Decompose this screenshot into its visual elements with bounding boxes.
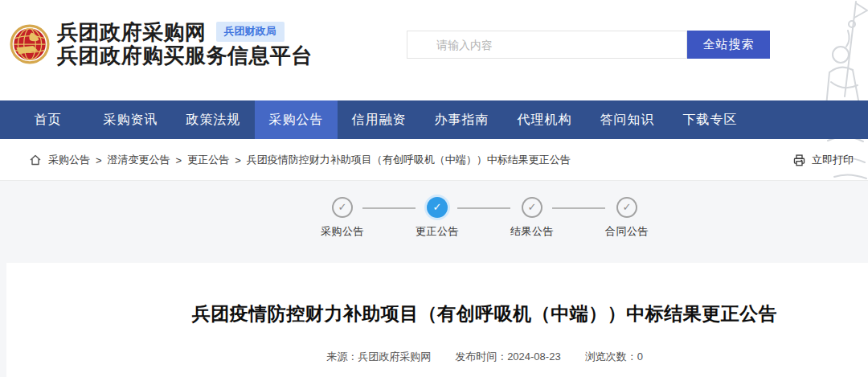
step-label: 更正公告 — [395, 224, 479, 239]
main-nav: 首页 采购资讯 政策法规 采购公告 信用融资 办事指南 代理机构 答问知识 下载… — [0, 100, 868, 139]
printer-icon — [792, 154, 806, 167]
source-label: 来源： — [326, 350, 358, 363]
check-icon: ✓ — [522, 197, 542, 218]
breadcrumb-item-correction[interactable]: 更正公告 — [187, 153, 229, 167]
step-correction-announcement: ✓ 更正公告 — [395, 197, 479, 239]
step-result-announcement: ✓ 结果公告 — [490, 197, 574, 239]
step-label: 采购公告 — [301, 224, 384, 239]
page: 兵团政府采购网 兵团财政局 兵团政府购买服务信息平台 全站搜索 首页 采购资讯 … — [0, 0, 868, 377]
breadcrumb-separator: > — [176, 154, 182, 166]
check-icon: ✓ — [427, 197, 448, 218]
article-publish-date: 发布时间：2024-08-23 — [455, 350, 561, 364]
nav-item-agencies[interactable]: 代理机构 — [503, 100, 586, 139]
nav-item-home[interactable]: 首页 — [6, 100, 89, 139]
nav-item-qa[interactable]: 答问知识 — [586, 100, 669, 139]
nav-item-policies[interactable]: 政策法规 — [172, 100, 255, 139]
article-source: 来源：兵团政府采购网 — [326, 350, 431, 364]
publish-label: 发布时间： — [455, 350, 507, 363]
search-input[interactable] — [407, 31, 687, 59]
article-view-count: 浏览次数：0 — [585, 350, 643, 364]
site-subtitle: 兵团政府购买服务信息平台 — [57, 44, 313, 68]
nav-item-credit-finance[interactable]: 信用融资 — [338, 100, 420, 139]
article-meta: 来源：兵团政府采购网 发布时间：2024-08-23 浏览次数：0 — [6, 350, 868, 364]
source-value: 兵团政府采购网 — [358, 350, 431, 363]
print-button[interactable]: 立即打印 — [792, 139, 854, 181]
breadcrumb-separator: > — [96, 154, 102, 166]
nav-item-procurement-news[interactable]: 采购资讯 — [89, 100, 172, 139]
authority-badge: 兵团财政局 — [216, 22, 285, 42]
article-title: 兵团疫情防控财力补助项目（有创呼吸机（中端））中标结果更正公告 — [6, 301, 868, 326]
breadcrumb: 采购公告 > 澄清变更公告 > 更正公告 > 兵团疫情防控财力补助项目（有创呼吸… — [29, 139, 571, 181]
nav-item-downloads[interactable]: 下载专区 — [669, 100, 751, 139]
step-label: 结果公告 — [490, 224, 574, 239]
breadcrumb-bar: 采购公告 > 澄清变更公告 > 更正公告 > 兵团疫情防控财力补助项目（有创呼吸… — [0, 139, 868, 181]
publish-value: 2024-08-23 — [507, 350, 561, 363]
views-value: 0 — [637, 350, 643, 363]
step-procurement-announcement: ✓ 采购公告 — [301, 197, 384, 239]
home-icon[interactable] — [29, 154, 42, 166]
views-label: 浏览次数： — [585, 350, 637, 363]
site-title: 兵团政府采购网 — [57, 21, 207, 44]
check-icon: ✓ — [332, 197, 353, 218]
search-button[interactable]: 全站搜索 — [687, 31, 770, 59]
step-label: 合同公告 — [585, 224, 669, 239]
check-icon: ✓ — [616, 197, 637, 218]
step-contract-announcement: ✓ 合同公告 — [585, 197, 669, 239]
site-logo-link[interactable]: 兵团政府采购网 兵团财政局 兵团政府购买服务信息平台 — [10, 21, 313, 68]
breadcrumb-separator: > — [235, 154, 241, 166]
site-logo-icon — [10, 24, 50, 64]
print-button-label: 立即打印 — [812, 153, 854, 167]
site-header: 兵团政府采购网 兵团财政局 兵团政府购买服务信息平台 全站搜索 — [0, 0, 868, 100]
article-card: 兵团疫情防控财力补助项目（有创呼吸机（中端））中标结果更正公告 来源：兵团政府采… — [6, 263, 868, 377]
site-search: 全站搜索 — [407, 31, 770, 59]
nav-item-announcements[interactable]: 采购公告 — [255, 100, 338, 139]
nav-item-service-guide[interactable]: 办事指南 — [420, 100, 503, 139]
breadcrumb-item-current: 兵团疫情防控财力补助项目（有创呼吸机（中端））中标结果更正公告 — [247, 153, 571, 167]
breadcrumb-item-announcements[interactable]: 采购公告 — [48, 153, 90, 167]
breadcrumb-item-clarification[interactable]: 澄清变更公告 — [108, 153, 170, 167]
